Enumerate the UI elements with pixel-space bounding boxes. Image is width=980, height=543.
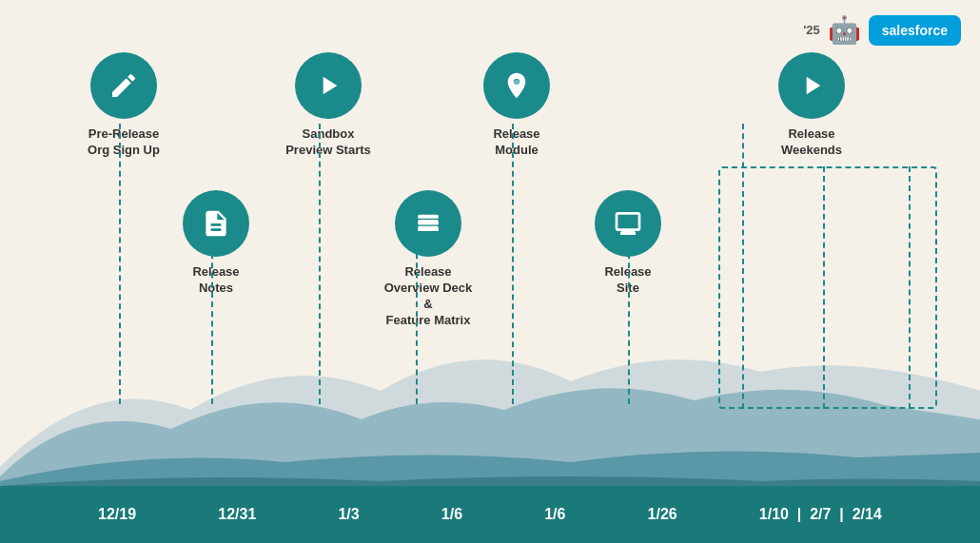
weekends-label: ReleaseWeekends [769, 126, 854, 159]
dashed-line-sandbox [319, 124, 321, 404]
dashed-line-module [512, 124, 514, 404]
date-weekends: 1/10 | 2/7 | 2/14 [759, 506, 882, 523]
item-release-weekends: ReleaseWeekends [769, 52, 854, 159]
date-16b: 1/6 [544, 506, 565, 523]
weekends-icon [778, 52, 845, 119]
pre-release-icon [90, 52, 157, 119]
overview-label: ReleaseOverview Deck &Feature Matrix [381, 264, 476, 329]
timeline-bar: 12/19 12/31 1/3 1/6 1/6 1/26 1/10 | 2/7 … [0, 486, 980, 543]
timeline-content: Pre-ReleaseOrg Sign Up ReleaseNotes Sand… [0, 0, 980, 486]
dashed-line-pre-release [119, 124, 121, 404]
site-icon [595, 190, 661, 257]
release-notes-label: ReleaseNotes [178, 264, 254, 297]
salesforce-logo: salesforce [869, 15, 961, 46]
item-sandbox-preview: SandboxPreview Starts [285, 52, 371, 159]
date-126: 1/26 [648, 506, 677, 523]
release-weekends-box [718, 166, 937, 409]
sandbox-label: SandboxPreview Starts [285, 126, 371, 159]
date-1231: 12/31 [218, 506, 256, 523]
date-16a: 1/6 [441, 506, 462, 523]
year-label: '25 [803, 23, 820, 37]
svg-rect-0 [418, 215, 438, 218]
item-release-module: ReleaseModule [479, 52, 555, 159]
astro-character: 🤖 [828, 14, 861, 46]
overview-icon [395, 190, 461, 257]
date-1219: 12/19 [98, 506, 136, 523]
svg-rect-1 [418, 220, 438, 224]
date-13: 1/3 [338, 506, 359, 523]
module-label: ReleaseModule [479, 126, 555, 159]
pre-release-label: Pre-ReleaseOrg Sign Up [86, 126, 162, 159]
sandbox-icon [295, 52, 362, 119]
item-pre-release: Pre-ReleaseOrg Sign Up [86, 52, 162, 159]
item-release-notes: ReleaseNotes [178, 190, 254, 297]
svg-rect-2 [418, 226, 438, 231]
item-release-overview: ReleaseOverview Deck &Feature Matrix [381, 190, 476, 329]
salesforce-branding: '25 🤖 salesforce [803, 14, 961, 46]
release-notes-icon [183, 190, 249, 257]
module-icon [483, 52, 550, 119]
